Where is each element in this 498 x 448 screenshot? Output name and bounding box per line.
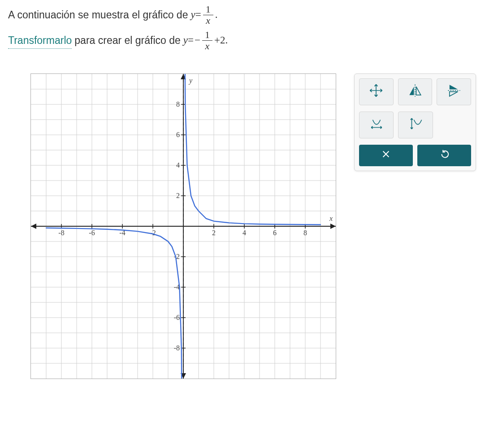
curve-right-branch[interactable] [185, 74, 320, 224]
curve-left-branch[interactable] [46, 228, 182, 379]
reflect-vertical-icon [407, 83, 423, 101]
svg-text:4: 4 [243, 229, 246, 237]
svg-text:-6: -6 [89, 229, 95, 237]
svg-text:4: 4 [176, 161, 180, 169]
move-arrows-icon [368, 83, 384, 101]
delete-button[interactable] [359, 145, 413, 166]
svg-text:8: 8 [303, 229, 307, 237]
svg-text:-8: -8 [174, 344, 180, 352]
stretch-horizontal-icon [369, 116, 384, 134]
reflect-horizontal-icon [446, 83, 462, 101]
text-line1-prefix: A continuación se muestra el gráfico de [8, 7, 188, 23]
svg-text:-8: -8 [58, 229, 64, 237]
close-icon [381, 149, 391, 162]
svg-text:6: 6 [176, 131, 180, 138]
svg-text:x: x [329, 215, 333, 222]
undo-icon [439, 149, 449, 162]
svg-text:y: y [188, 77, 193, 85]
equation-1: y = 1 x . [191, 4, 217, 26]
tool-translate[interactable] [359, 78, 394, 105]
glossary-link-transformarlo[interactable]: Transformarlo [8, 32, 72, 49]
graph-canvas[interactable]: -8 -6 -4 -2 2 4 6 8 8 6 4 2 -2 -4 -6 [30, 73, 336, 379]
svg-text:6: 6 [273, 229, 277, 237]
svg-text:-2: -2 [150, 229, 156, 237]
svg-text:8: 8 [176, 100, 180, 108]
svg-text:-6: -6 [174, 314, 180, 321]
equation-2: y = − 1 x +2 . [183, 30, 228, 51]
tool-stretch-horizontal[interactable] [359, 112, 394, 138]
problem-statement: A continuación se muestra el gráfico de … [8, 4, 476, 51]
stretch-vertical-icon [408, 116, 423, 134]
transform-toolbox [354, 73, 476, 171]
tool-reflect-horizontal[interactable] [437, 78, 471, 105]
tool-stretch-vertical[interactable] [398, 112, 433, 138]
svg-text:2: 2 [176, 192, 180, 199]
svg-text:2: 2 [212, 229, 216, 237]
svg-marker-41 [31, 224, 36, 229]
tool-reflect-vertical[interactable] [398, 78, 433, 105]
undo-button[interactable] [417, 145, 471, 166]
text-line2-mid: para crear el gráfico de [74, 32, 181, 49]
svg-marker-40 [330, 224, 336, 229]
